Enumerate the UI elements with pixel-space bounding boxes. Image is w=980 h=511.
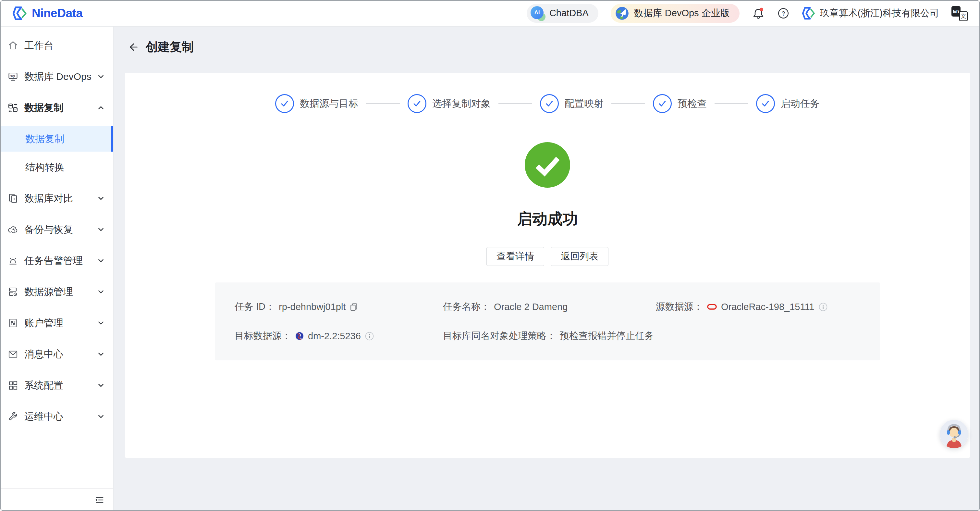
edition-label: 数据库 DevOps 企业版 xyxy=(634,7,730,20)
step-check-icon xyxy=(653,94,672,113)
chevron-down-icon xyxy=(97,382,105,389)
sidebar: 工作台 SQL 数据库 DevOps xyxy=(0,27,114,511)
bell-icon xyxy=(752,7,765,20)
brand-logo[interactable]: NineData xyxy=(12,6,83,21)
help-button[interactable]: ? xyxy=(777,7,789,19)
chevron-down-icon xyxy=(97,319,105,327)
result-block: 启动成功 查看详情 返回列表 xyxy=(125,142,970,266)
server-gear-icon xyxy=(8,287,19,298)
sidebar-item-ops-center[interactable]: 运维中心 xyxy=(0,401,113,432)
summary-target-datasource: 目标数据源： dm-2.2:5236 xyxy=(235,330,443,342)
oracle-icon xyxy=(707,304,717,310)
company-name: 玖章算术(浙江)科技有限公司 xyxy=(820,7,939,20)
step-launch-task: 启动任务 xyxy=(756,94,820,113)
view-details-button[interactable]: 查看详情 xyxy=(487,247,544,266)
sidebar-item-message-center[interactable]: 消息中心 xyxy=(0,339,113,370)
account-settings-icon xyxy=(8,317,19,328)
step-source-target: 数据源与目标 xyxy=(275,94,358,113)
svg-text:?: ? xyxy=(781,10,785,17)
step-connector xyxy=(498,103,532,104)
summary-task-name: 任务名称： Oracle 2 Dameng xyxy=(443,300,656,313)
language-switch-button[interactable]: En 文 xyxy=(951,6,968,21)
notification-bell-button[interactable] xyxy=(752,7,765,20)
sidebar-item-datasource[interactable]: 数据源管理 xyxy=(0,276,113,307)
page-head: 创建复制 xyxy=(127,39,194,55)
task-summary-panel: 任务 ID： rp-dehnbwj01plt 任务名称： Oracle 2 Da… xyxy=(215,282,880,360)
step-select-objects: 选择复制对象 xyxy=(407,94,491,113)
success-title: 启动成功 xyxy=(517,209,578,229)
menu-fold-icon xyxy=(94,494,105,505)
chevron-down-icon xyxy=(97,257,105,264)
svg-text:SQL: SQL xyxy=(10,75,16,78)
step-check-icon xyxy=(275,94,294,113)
result-actions: 查看详情 返回列表 xyxy=(487,247,608,266)
sidebar-item-backup-restore[interactable]: 备份与恢复 xyxy=(0,214,113,245)
globe-plane-icon xyxy=(615,6,630,21)
stepper: 数据源与目标 选择复制对象 配置映射 预检查 xyxy=(125,94,970,113)
step-check-icon xyxy=(407,94,426,113)
step-connector xyxy=(611,103,645,104)
edition-pill[interactable]: 数据库 DevOps 企业版 xyxy=(611,4,740,23)
step-connector xyxy=(366,103,400,104)
home-icon xyxy=(8,40,19,51)
grid-icon xyxy=(8,380,19,391)
compare-docs-icon xyxy=(8,193,19,204)
step-configure-mapping: 配置映射 xyxy=(540,94,604,113)
chevron-down-icon xyxy=(97,226,105,233)
sidebar-item-task-alert[interactable]: 任务告警管理 xyxy=(0,245,113,276)
collapse-sidebar-button[interactable] xyxy=(94,494,105,505)
success-check-icon xyxy=(525,142,570,188)
step-check-icon xyxy=(756,94,775,113)
mail-icon xyxy=(8,349,19,360)
sidebar-item-system-config[interactable]: 系统配置 xyxy=(0,370,113,401)
chevron-down-icon xyxy=(97,412,105,420)
copy-icon[interactable] xyxy=(350,302,358,311)
question-circle-icon: ? xyxy=(777,7,789,19)
translate-zh-icon: 文 xyxy=(959,11,968,21)
ai-icon: AI xyxy=(531,6,545,21)
alarm-siren-icon xyxy=(8,255,19,266)
chevron-down-icon xyxy=(97,194,105,202)
sidebar-item-database-devops[interactable]: SQL 数据库 DevOps xyxy=(0,61,113,92)
brand-name: NineData xyxy=(32,6,83,20)
customer-support-avatar[interactable] xyxy=(940,420,968,448)
chevron-down-icon xyxy=(97,73,105,81)
step-precheck: 预检查 xyxy=(653,94,707,113)
arrow-left-icon xyxy=(127,41,139,53)
chevron-down-icon xyxy=(97,350,105,358)
chevron-down-icon xyxy=(97,288,105,296)
ninedata-logo-icon xyxy=(12,6,27,21)
replication-icon xyxy=(8,102,19,113)
main-content: 创建复制 数据源与目标 选择复制对象 配置映 xyxy=(114,27,980,511)
chatdba-button[interactable]: AI ChatDBA xyxy=(527,4,598,23)
chatdba-label: ChatDBA xyxy=(549,8,589,19)
ninedata-mark-icon xyxy=(802,6,816,20)
cloud-backup-icon xyxy=(8,224,19,235)
dameng-icon xyxy=(295,331,304,341)
wizard-card: 数据源与目标 选择复制对象 配置映射 预检查 xyxy=(125,73,970,458)
sql-console-icon: SQL xyxy=(8,71,19,82)
sidebar-footer xyxy=(0,488,113,511)
summary-source-datasource: 源数据源： OracleRac-198_15111 xyxy=(656,300,867,313)
chevron-up-icon xyxy=(97,104,105,112)
sidebar-item-account[interactable]: 账户管理 xyxy=(0,307,113,339)
info-icon[interactable] xyxy=(365,331,374,341)
account-menu[interactable]: 玖章算术(浙江)科技有限公司 xyxy=(802,6,939,20)
step-check-icon xyxy=(540,94,559,113)
sidebar-subitem-structure-conversion[interactable]: 结构转换 xyxy=(0,154,113,180)
top-header: NineData AI ChatDBA 数据库 DevOps 企业版 xyxy=(0,0,980,27)
sidebar-subitem-data-replication[interactable]: 数据复制 xyxy=(0,126,113,151)
sidebar-item-workbench[interactable]: 工作台 xyxy=(0,30,113,61)
sidebar-item-data-replication[interactable]: 数据复制 xyxy=(0,92,113,123)
back-button[interactable] xyxy=(127,41,139,53)
summary-task-id: 任务 ID： rp-dehnbwj01plt xyxy=(235,300,443,313)
back-to-list-button[interactable]: 返回列表 xyxy=(551,247,608,266)
sidebar-item-database-compare[interactable]: 数据库对比 xyxy=(0,183,113,214)
step-connector xyxy=(714,103,748,104)
info-icon[interactable] xyxy=(818,302,828,312)
summary-conflict-strategy: 目标库同名对象处理策略： 预检查报错并停止任务 xyxy=(443,330,656,342)
wrench-icon xyxy=(8,411,19,422)
page-title: 创建复制 xyxy=(146,39,194,55)
